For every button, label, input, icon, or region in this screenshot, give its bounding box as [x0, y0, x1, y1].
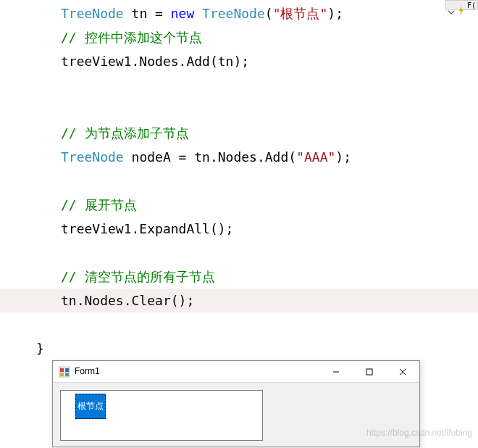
window-controls: [319, 361, 419, 382]
keyword-token: new: [171, 6, 195, 21]
code-line: // 控件中添加这个节点: [61, 25, 478, 49]
type-token: TreeNode: [61, 149, 124, 165]
treeview[interactable]: ▸ 根节点: [60, 390, 263, 441]
tree-item-label: 根节点: [75, 394, 106, 419]
comment-token: // 控件中添加这个节点: [61, 30, 202, 45]
watermark: https://blog.csdn.net/ifubing: [366, 421, 472, 445]
top-right-label: F(: [467, 0, 476, 17]
code-line: // 为节点添加子节点: [61, 121, 478, 145]
code-line: [61, 97, 478, 121]
svg-rect-6: [366, 369, 372, 375]
code-line: // 展开节点: [61, 193, 478, 217]
code-line: // 清空节点的所有子节点: [61, 265, 478, 289]
titlebar[interactable]: Form1: [53, 361, 419, 383]
code-line: [61, 312, 478, 336]
form-window: Form1 ▸ 根节点: [52, 360, 420, 447]
string-token: "AAA": [296, 149, 335, 165]
code-editor[interactable]: TreeNode tn = new TreeNode("根节点"); // 控件…: [0, 0, 478, 360]
code-line-current: tn.Nodes.Clear();: [0, 289, 478, 312]
form-app-icon: [59, 366, 70, 378]
svg-rect-4: [65, 373, 69, 376]
string-token: "根节点": [273, 6, 328, 21]
type-token: TreeNode: [61, 6, 124, 21]
form-body: ▸ 根节点: [53, 383, 419, 447]
code-line: treeView1.ExpandAll();: [61, 217, 478, 241]
tree-root-item[interactable]: ▸ 根节点: [65, 394, 258, 419]
lightning-icon[interactable]: [457, 1, 466, 9]
code-line: treeView1.Nodes.Add(tn);: [61, 49, 478, 73]
code-line: [61, 241, 478, 265]
close-button[interactable]: [386, 361, 419, 382]
comment-token: // 展开节点: [61, 197, 137, 212]
form-title: Form1: [75, 360, 319, 383]
maximize-button[interactable]: [353, 361, 386, 382]
closing-brace: }: [36, 336, 478, 360]
top-control-bar: F(: [445, 0, 478, 10]
dropdown-icon[interactable]: [448, 1, 455, 9]
type-token: TreeNode: [202, 6, 265, 21]
svg-rect-3: [60, 373, 64, 376]
minimize-button[interactable]: [319, 361, 353, 382]
comment-token: // 清空节点的所有子节点: [61, 269, 215, 284]
svg-rect-2: [65, 368, 69, 372]
comment-token: // 为节点添加子节点: [61, 125, 189, 141]
code-line: [61, 169, 478, 193]
svg-rect-1: [60, 368, 64, 372]
code-line: TreeNode nodeA = tn.Nodes.Add("AAA");: [61, 145, 478, 169]
code-line: TreeNode tn = new TreeNode("根节点");: [61, 1, 478, 25]
code-line: [61, 73, 478, 97]
